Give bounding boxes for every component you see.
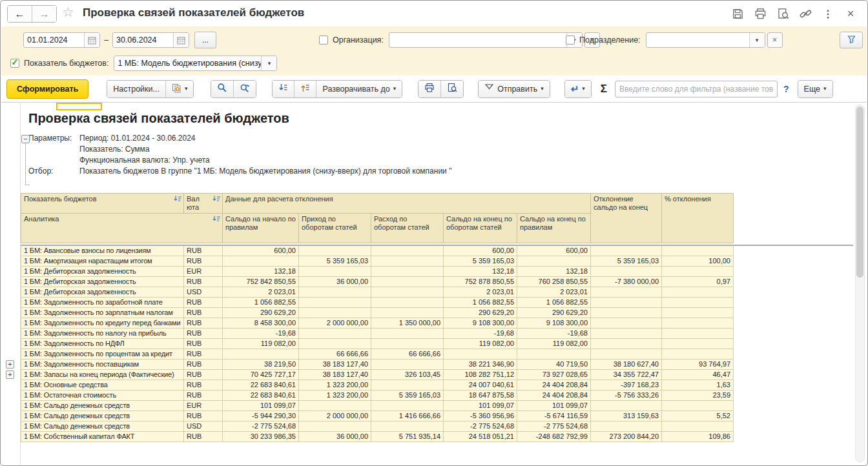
report-variants-button[interactable]: ▾: [165, 81, 194, 97]
row-value-cell[interactable]: 36 000,00: [299, 277, 371, 287]
row-value-cell[interactable]: [517, 256, 591, 267]
row-indicator-name[interactable]: 1 БМ: Задолженность по НДФЛ: [21, 339, 184, 349]
row-value-cell[interactable]: 109,86: [662, 432, 734, 442]
row-currency[interactable]: RUB: [184, 432, 223, 442]
row-value-cell[interactable]: -5 944 290,30: [223, 411, 299, 421]
chevron-down-icon[interactable]: ▾: [749, 33, 765, 47]
row-indicator-name[interactable]: 1 БМ: Сальдо денежных средств: [21, 401, 184, 411]
row-value-cell[interactable]: 2 000 000,00: [299, 411, 371, 421]
row-value-cell[interactable]: [662, 401, 734, 411]
row-value-cell[interactable]: [371, 329, 444, 339]
drill-down-button[interactable]: ↵ ▾: [565, 81, 591, 97]
row-value-cell[interactable]: [591, 287, 662, 298]
row-value-cell[interactable]: [371, 401, 444, 411]
row-value-cell[interactable]: 46,47: [662, 370, 734, 380]
column-header-saldo-start[interactable]: Сальдо на начало по правилам: [223, 214, 299, 243]
column-header-income[interactable]: Приход по оборотам статей: [299, 214, 371, 243]
close-icon[interactable]: ×: [844, 7, 857, 20]
row-value-cell[interactable]: [662, 349, 734, 360]
search-reset-button[interactable]: [233, 81, 256, 97]
calendar-icon[interactable]: [84, 33, 99, 47]
row-value-cell[interactable]: -19,68: [444, 329, 517, 339]
row-value-cell[interactable]: 1 323 200,00: [299, 390, 371, 401]
print-button[interactable]: [418, 81, 440, 97]
row-value-cell[interactable]: [371, 380, 444, 390]
expand-group-icon[interactable]: +: [6, 360, 14, 369]
row-value-cell[interactable]: 2 000 000,00: [299, 318, 371, 329]
row-value-cell[interactable]: [591, 421, 662, 432]
row-value-cell[interactable]: 1 056 882,55: [444, 298, 517, 308]
row-value-cell[interactable]: 132,18: [444, 267, 517, 277]
row-value-cell[interactable]: [517, 349, 591, 360]
row-value-cell[interactable]: [223, 256, 299, 267]
row-value-cell[interactable]: [299, 421, 371, 432]
row-value-cell[interactable]: [371, 298, 444, 308]
row-value-cell[interactable]: 2 023,01: [223, 287, 299, 298]
row-value-cell[interactable]: 40 719,50: [517, 360, 591, 370]
row-value-cell[interactable]: 34 355 722,47: [591, 370, 662, 380]
row-indicator-name[interactable]: 1 БМ: Остаточная стоимость: [21, 390, 184, 401]
favorite-star-icon[interactable]: ☆: [62, 5, 74, 20]
row-indicator-name[interactable]: 1 БМ: Задолженность по кредиту перед бан…: [21, 318, 184, 329]
row-currency[interactable]: RUB: [184, 360, 223, 370]
row-value-cell[interactable]: 5 359 165,03: [299, 256, 371, 267]
row-indicator-name[interactable]: 1 БМ: Дебиторская задолженность: [21, 267, 184, 277]
row-value-cell[interactable]: [591, 308, 662, 318]
row-value-cell[interactable]: [591, 329, 662, 339]
row-value-cell[interactable]: 290 629,20: [517, 308, 591, 318]
row-value-cell[interactable]: -5 756 333,26: [591, 390, 662, 401]
scrollbar-thumb[interactable]: [856, 106, 863, 278]
row-value-cell[interactable]: 119 082,00: [223, 339, 299, 349]
row-indicator-name[interactable]: 1 БМ: Задолженность по процентам за кред…: [21, 349, 184, 360]
row-value-cell[interactable]: 22 683 840,61: [223, 380, 299, 390]
more-menu-icon[interactable]: ⋮: [822, 7, 834, 20]
row-indicator-name[interactable]: 1 БМ: Собственный капитал ФАКТ: [21, 432, 184, 442]
generate-button[interactable]: Сформировать: [6, 79, 88, 99]
row-value-cell[interactable]: -7 380 000,00: [591, 277, 662, 287]
row-value-cell[interactable]: [591, 349, 662, 360]
row-value-cell[interactable]: [299, 287, 371, 298]
row-value-cell[interactable]: [371, 360, 444, 370]
row-value-cell[interactable]: 100,00: [662, 256, 734, 267]
row-value-cell[interactable]: 101 099,07: [444, 401, 517, 411]
row-value-cell[interactable]: 290 629,20: [223, 308, 299, 318]
row-value-cell[interactable]: 600,00: [444, 246, 517, 256]
back-button[interactable]: ←: [8, 6, 32, 22]
row-value-cell[interactable]: -19,68: [223, 329, 299, 339]
row-currency[interactable]: USD: [184, 287, 223, 298]
row-value-cell[interactable]: 1,63: [662, 380, 734, 390]
row-value-cell[interactable]: [591, 318, 662, 329]
column-header-expense[interactable]: Расход по оборотам статей: [371, 214, 444, 243]
row-currency[interactable]: RUB: [184, 339, 223, 349]
sort-icon[interactable]: [212, 216, 221, 224]
row-value-cell[interactable]: 1 056 882,55: [517, 298, 591, 308]
row-value-cell[interactable]: [371, 277, 444, 287]
row-currency[interactable]: RUB: [184, 277, 223, 287]
date-from-value[interactable]: 01.01.2024: [24, 33, 84, 47]
row-currency[interactable]: RUB: [184, 370, 223, 380]
row-value-cell[interactable]: 38 219,50: [223, 360, 299, 370]
row-value-cell[interactable]: -2 775 524,68: [444, 421, 517, 432]
row-indicator-name[interactable]: 1 БМ: Сальдо денежных средств: [21, 421, 184, 432]
sort-icon[interactable]: [212, 196, 221, 204]
row-value-cell[interactable]: 24 007 040,61: [444, 380, 517, 390]
row-value-cell[interactable]: 313 159,63: [591, 411, 662, 421]
row-value-cell[interactable]: 101 099,07: [223, 401, 299, 411]
date-to-value[interactable]: 30.06.2024: [113, 33, 173, 47]
column-header-analytics[interactable]: Аналитика: [21, 214, 223, 243]
row-value-cell[interactable]: [662, 298, 734, 308]
row-value-cell[interactable]: 24 404 208,84: [517, 380, 591, 390]
row-value-cell[interactable]: -5 674 116,59: [517, 411, 591, 421]
row-value-cell[interactable]: [299, 267, 371, 277]
row-value-cell[interactable]: [662, 421, 734, 432]
row-value-cell[interactable]: [371, 246, 444, 256]
row-value-cell[interactable]: [371, 267, 444, 277]
row-value-cell[interactable]: 600,00: [223, 246, 299, 256]
row-value-cell[interactable]: [299, 329, 371, 339]
row-value-cell[interactable]: 1 416 666,66: [371, 411, 444, 421]
row-value-cell[interactable]: [299, 308, 371, 318]
row-value-cell[interactable]: 36 000,00: [299, 432, 371, 442]
row-value-cell[interactable]: 24 404 208,84: [517, 390, 591, 401]
row-value-cell[interactable]: 70 425 727,17: [223, 370, 299, 380]
column-header-saldo-end-turnover[interactable]: Сальдо на конец по оборотам статей: [444, 214, 517, 243]
